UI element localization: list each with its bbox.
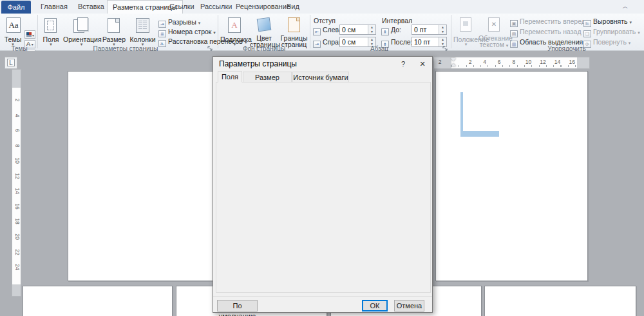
group-objects-button[interactable]: ❏Группировать ▾ xyxy=(583,27,640,36)
watermark-button[interactable]: A Подложка ▾ xyxy=(220,15,249,46)
group-objects-icon: ❏ xyxy=(583,30,591,37)
v-ruler-number: 10 xyxy=(14,157,21,165)
line-numbers-button[interactable]: ≣Номера строк ▾ xyxy=(158,27,216,36)
columns-icon xyxy=(136,18,149,33)
tab-view[interactable]: Вид xyxy=(281,0,305,14)
size-icon xyxy=(108,18,120,33)
h-ruler-number: 8 xyxy=(509,59,518,65)
wrap-text-button[interactable]: ✕ Обтекание текстом ▾ xyxy=(478,15,509,46)
h-ruler-number: 6 xyxy=(495,59,504,65)
horizontal-ruler[interactable]: 2 246810121416 xyxy=(433,57,590,69)
indent-left-input[interactable]: 0 см ▲▼ xyxy=(339,25,376,35)
v-ruler-number: 6 xyxy=(14,126,21,135)
page-color-icon xyxy=(257,17,272,32)
spacing-before-icon: ⇞ xyxy=(381,28,389,35)
dialog-tab-paper[interactable]: Размер бумаги xyxy=(243,72,292,83)
tab-home[interactable]: Главная xyxy=(35,0,73,14)
themes-icon: Aa xyxy=(6,17,21,33)
tab-stop-selector[interactable]: L xyxy=(5,57,17,69)
orientation-button[interactable]: Ориентация ▾ xyxy=(63,15,100,46)
spinner[interactable]: ▲▼ xyxy=(439,25,446,34)
v-ruler-number: 14 xyxy=(14,187,21,195)
spacing-header: Интервал xyxy=(382,17,412,25)
tab-insert[interactable]: Вставка xyxy=(73,0,109,14)
h-ruler-number: 2 xyxy=(466,59,475,65)
document-page-1[interactable] xyxy=(68,71,219,281)
document-page-3[interactable] xyxy=(23,286,173,316)
watermark-icon: A xyxy=(228,17,241,33)
margins-icon xyxy=(44,18,57,33)
cancel-button[interactable]: Отмена xyxy=(394,300,424,311)
margins-button[interactable]: Поля ▾ xyxy=(39,15,62,46)
dialog-tab-panel xyxy=(216,82,431,293)
theme-colors-button[interactable]: ▾ xyxy=(24,30,35,39)
vertical-ruler[interactable]: 24681012141618202224 xyxy=(12,69,21,297)
dialog-help-icon[interactable]: ? xyxy=(393,57,413,71)
v-ruler-number: 8 xyxy=(14,141,21,150)
page-color-button[interactable]: Цвет страницы ▾ xyxy=(250,15,278,46)
v-ruler-number: 22 xyxy=(14,248,21,256)
spacing-before-input[interactable]: 0 пт ▲▼ xyxy=(412,25,447,35)
page-setup-dialog: Параметры страницы ? ✕ Поля Размер бумаг… xyxy=(213,56,433,313)
send-backward-icon: ▤ xyxy=(510,30,518,37)
v-ruler-number: 18 xyxy=(14,217,21,226)
size-button[interactable]: Размер ▾ xyxy=(100,15,128,46)
dialog-title-bar[interactable]: Параметры страницы ? ✕ xyxy=(213,57,432,71)
v-ruler-number: 20 xyxy=(14,232,21,241)
align-icon: ⊫ xyxy=(583,20,591,27)
selection-highlight-horizontal xyxy=(460,131,499,137)
spacing-before-label: До: xyxy=(391,26,401,34)
h-ruler-number: 16 xyxy=(567,59,576,65)
send-backward-button[interactable]: ▤Переместить назад ▾ xyxy=(510,27,585,36)
h-ruler-number: 4 xyxy=(480,59,489,65)
v-ruler-number: 12 xyxy=(14,172,21,180)
indent-header: Отступ xyxy=(314,17,336,25)
tab-stop-icon: L xyxy=(7,59,15,66)
v-ruler-number: 16 xyxy=(14,202,21,210)
bring-forward-button[interactable]: ▣Переместить вперед ▾ xyxy=(510,17,589,26)
chevron-down-icon: ▾ xyxy=(453,42,478,47)
v-ruler-number: 2 xyxy=(14,96,21,104)
default-button[interactable]: По умолчанию xyxy=(217,300,258,311)
position-icon xyxy=(460,17,471,32)
columns-button[interactable]: Колонки ▾ xyxy=(128,15,157,46)
wrap-text-icon: ✕ xyxy=(488,17,500,32)
tab-references[interactable]: Ссылки xyxy=(164,0,200,14)
minimize-ribbon-icon[interactable]: ︿ xyxy=(621,2,630,11)
ok-button[interactable]: ОК xyxy=(362,300,388,311)
indent-left-icon: ⇤ xyxy=(313,28,321,35)
ribbon-tab-bar: Файл Главная Вставка Разметка страницы С… xyxy=(0,0,644,14)
selection-highlight-vertical xyxy=(460,92,463,132)
dialog-tab-margins[interactable]: Поля xyxy=(218,71,242,83)
page-borders-button[interactable]: Границы страниц xyxy=(279,15,309,46)
align-button[interactable]: ⊫Выровнять ▾ xyxy=(583,17,632,26)
ribbon: Aa Темы ▾ ▾ A ▾ ◎▾ Темы Поля ▾ Ориентаци… xyxy=(0,14,644,51)
dialog-tab-layout[interactable]: Источник бумаги xyxy=(292,72,349,83)
themes-button[interactable]: Aa Темы ▾ xyxy=(3,15,23,46)
dialog-close-icon[interactable]: ✕ xyxy=(413,57,432,71)
dialog-title: Параметры страницы xyxy=(219,59,297,68)
h-ruler-number: 12 xyxy=(538,59,547,65)
breaks-button[interactable]: ⇥Разрывы ▾ xyxy=(158,17,200,26)
position-button[interactable]: Положение ▾ xyxy=(453,15,478,46)
page-borders-icon xyxy=(288,17,300,32)
spinner[interactable]: ▲▼ xyxy=(368,25,375,34)
bring-forward-icon: ▣ xyxy=(510,20,518,27)
word-window: Файл Главная Вставка Разметка страницы С… xyxy=(0,0,644,316)
v-ruler-number: 24 xyxy=(14,263,21,272)
document-page-6[interactable] xyxy=(484,286,636,316)
h-ruler-number: 10 xyxy=(524,59,533,65)
h-ruler-number: 14 xyxy=(553,59,562,65)
document-page-2[interactable] xyxy=(435,71,588,281)
v-ruler-number: 4 xyxy=(14,111,21,119)
file-tab[interactable]: Файл xyxy=(1,1,31,14)
h-ruler-margin-number: 2 xyxy=(435,59,444,65)
